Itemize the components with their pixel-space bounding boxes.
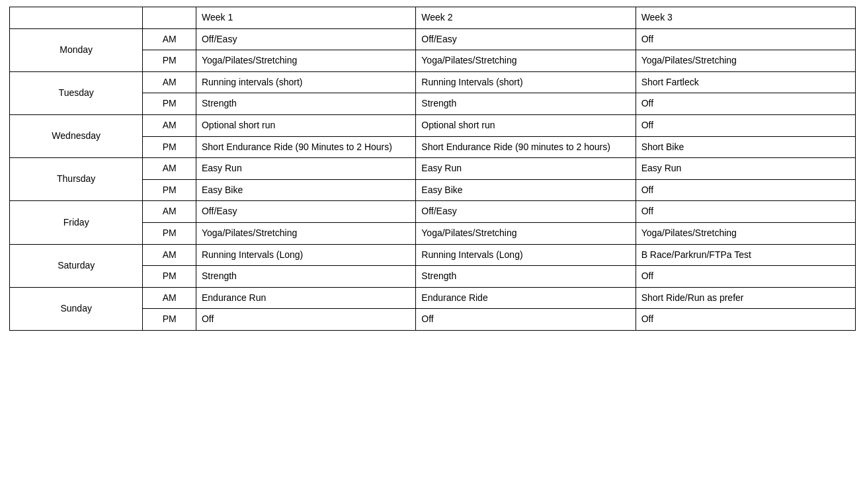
ampm-cell: AM: [143, 287, 196, 309]
week3-cell: Off: [636, 266, 855, 288]
week3-cell: Off: [636, 201, 855, 223]
table-row: MondayAMOff/EasyOff/EasyOff: [10, 28, 856, 50]
week3-cell: Off: [636, 179, 855, 201]
week3-cell: Yoga/Pilates/Stretching: [636, 50, 855, 72]
week2-cell: Yoga/Pilates/Stretching: [416, 50, 636, 72]
table-row: ThursdayAMEasy RunEasy RunEasy Run: [10, 158, 856, 180]
header-week1: Week 1: [196, 7, 415, 29]
table-row: WednesdayAMOptional short runOptional sh…: [10, 114, 856, 136]
day-cell-saturday: Saturday: [10, 244, 143, 287]
week3-cell: Yoga/Pilates/Stretching: [636, 222, 855, 244]
ampm-cell: AM: [143, 71, 196, 93]
week3-cell: Easy Run: [636, 158, 855, 180]
week2-cell: Short Endurance Ride (90 minutes to 2 ho…: [416, 136, 636, 158]
week3-cell: Off: [636, 114, 855, 136]
week1-cell: Strength: [196, 93, 415, 115]
week3-cell: B Race/Parkrun/FTPa Test: [636, 244, 855, 266]
table-row: SundayAMEndurance RunEndurance RideShort…: [10, 287, 856, 309]
week2-cell: Strength: [416, 93, 636, 115]
week2-cell: Off/Easy: [416, 201, 636, 223]
week3-cell: Off: [636, 28, 855, 50]
week1-cell: Running intervals (short): [196, 71, 415, 93]
header-day-col: [10, 7, 143, 29]
week1-cell: Strength: [196, 266, 415, 288]
ampm-cell: PM: [143, 266, 196, 288]
week1-cell: Off/Easy: [196, 201, 415, 223]
week2-cell: Running Intervals (short): [416, 71, 636, 93]
header-week2: Week 2: [416, 7, 636, 29]
week1-cell: Off/Easy: [196, 28, 415, 50]
ampm-cell: PM: [143, 309, 196, 331]
table-row: SaturdayAMRunning Intervals (Long)Runnin…: [10, 244, 856, 266]
week1-cell: Yoga/Pilates/Stretching: [196, 50, 415, 72]
week1-cell: Endurance Run: [196, 287, 415, 309]
day-cell-sunday: Sunday: [10, 287, 143, 330]
table-row: TuesdayAMRunning intervals (short)Runnin…: [10, 71, 856, 93]
week2-cell: Off: [416, 309, 636, 331]
week2-cell: Strength: [416, 266, 636, 288]
header-ampm-col: [143, 7, 196, 29]
header-week3: Week 3: [636, 7, 855, 29]
week1-cell: Easy Run: [196, 158, 415, 180]
week1-cell: Off: [196, 309, 415, 331]
day-cell-monday: Monday: [10, 28, 143, 71]
ampm-cell: AM: [143, 201, 196, 223]
table-row: FridayAMOff/EasyOff/EasyOff: [10, 201, 856, 223]
week2-cell: Yoga/Pilates/Stretching: [416, 222, 636, 244]
week2-cell: Optional short run: [416, 114, 636, 136]
week3-cell: Short Bike: [636, 136, 855, 158]
week3-cell: Short Fartleck: [636, 71, 855, 93]
week3-cell: Off: [636, 309, 855, 331]
week1-cell: Short Endurance Ride (90 Minutes to 2 Ho…: [196, 136, 415, 158]
day-cell-friday: Friday: [10, 201, 143, 244]
week1-cell: Optional short run: [196, 114, 415, 136]
week3-cell: Off: [636, 93, 855, 115]
schedule-table: Week 1 Week 2 Week 3 MondayAMOff/EasyOff…: [9, 7, 856, 331]
week1-cell: Yoga/Pilates/Stretching: [196, 222, 415, 244]
week2-cell: Endurance Ride: [416, 287, 636, 309]
ampm-cell: PM: [143, 50, 196, 72]
week2-cell: Easy Run: [416, 158, 636, 180]
day-cell-wednesday: Wednesday: [10, 114, 143, 157]
ampm-cell: PM: [143, 179, 196, 201]
ampm-cell: AM: [143, 28, 196, 50]
ampm-cell: PM: [143, 93, 196, 115]
ampm-cell: AM: [143, 244, 196, 266]
week1-cell: Easy Bike: [196, 179, 415, 201]
ampm-cell: AM: [143, 158, 196, 180]
week2-cell: Easy Bike: [416, 179, 636, 201]
week3-cell: Short Ride/Run as prefer: [636, 287, 855, 309]
day-cell-tuesday: Tuesday: [10, 71, 143, 114]
week1-cell: Running Intervals (Long): [196, 244, 415, 266]
ampm-cell: PM: [143, 222, 196, 244]
ampm-cell: PM: [143, 136, 196, 158]
week2-cell: Off/Easy: [416, 28, 636, 50]
day-cell-thursday: Thursday: [10, 158, 143, 201]
week2-cell: Running Intervals (Long): [416, 244, 636, 266]
ampm-cell: AM: [143, 114, 196, 136]
